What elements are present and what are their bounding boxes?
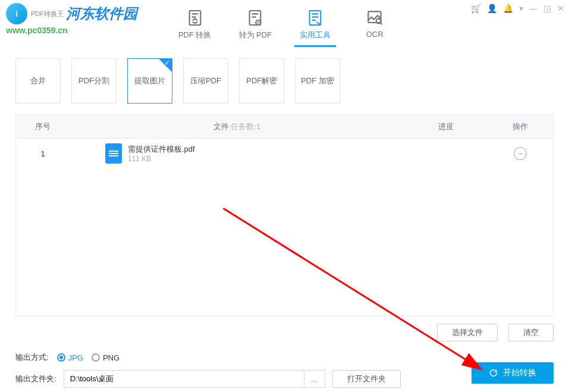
minimize-icon[interactable]: — (529, 4, 537, 13)
row-op: − (488, 147, 553, 160)
row-file: 需提供证件模板.pdf 111 KB (70, 143, 404, 164)
refresh-icon (489, 368, 498, 378)
nav-ocr[interactable]: OCR (354, 1, 395, 47)
nav-tools[interactable]: 实用工具 (294, 1, 336, 47)
document-hand-icon (306, 8, 325, 27)
image-magnify-icon (365, 8, 384, 27)
tool-row: 合并 PDF分割 提取图片 压缩PDF PDF解密 PDF 加密 (0, 48, 569, 109)
svg-rect-3 (310, 11, 321, 25)
tool-compress[interactable]: 压缩PDF (183, 58, 228, 104)
start-convert-button[interactable]: 开始转换 (471, 362, 554, 384)
file-size: 111 KB (128, 155, 195, 163)
tool-label: PDF分割 (78, 76, 109, 86)
header-file: 文件 任务数:1 (70, 121, 404, 132)
radio-png[interactable]: PNG (92, 353, 120, 362)
file-name: 需提供证件模板.pdf (128, 144, 195, 155)
nav-pdf-convert[interactable]: PDF 转换 (174, 1, 216, 47)
tool-label: PDF 加密 (301, 76, 334, 86)
file-actions: 选择文件 清空 (0, 316, 569, 341)
cart-icon[interactable]: 🛒 (471, 4, 481, 13)
open-folder-button[interactable]: 打开文件夹 (332, 370, 401, 388)
window-controls: 🛒 👤 🔔 ▾ — ◲ ✕ (471, 4, 564, 13)
title-bar: i PDF转换王 河东软件园 www.pc0359.cn PDF 转换 转为 P… (0, 0, 569, 48)
radio-jpg[interactable]: JPG (57, 353, 83, 362)
site-name: 河东软件园 (66, 4, 137, 23)
folder-label: 输出文件夹: (15, 374, 56, 384)
clear-button[interactable]: 清空 (508, 324, 554, 341)
document-arrow-icon (186, 8, 205, 27)
nav-label: OCR (366, 30, 383, 39)
tool-label: 合并 (30, 76, 46, 86)
nav-to-pdf[interactable]: 转为 PDF (234, 1, 277, 47)
tool-decrypt[interactable]: PDF解密 (239, 58, 284, 104)
browse-button[interactable]: ... (304, 370, 325, 388)
check-corner-icon (159, 59, 172, 72)
output-path-input[interactable] (64, 370, 304, 388)
file-table: 序号 文件 任务数:1 进度 操作 1 需提供证件模板.pdf 111 KB − (15, 114, 554, 316)
nav-label: 实用工具 (300, 30, 331, 40)
main-nav: PDF 转换 转为 PDF 实用工具 OCR (174, 1, 395, 47)
site-logo-icon: i (6, 3, 27, 24)
path-box: ... (64, 370, 325, 388)
tool-label: 压缩PDF (190, 76, 221, 86)
menu-icon[interactable]: ▾ (519, 4, 523, 13)
radio-dot-icon (57, 353, 65, 362)
nav-label: 转为 PDF (239, 30, 272, 40)
tool-extract-images[interactable]: 提取图片 (127, 58, 172, 104)
file-icon (105, 143, 122, 164)
radio-dot-icon (92, 353, 100, 362)
logo-area: i PDF转换王 河东软件园 www.pc0359.cn (6, 3, 137, 35)
tool-label: PDF解密 (246, 76, 277, 86)
header-seq: 序号 (16, 121, 70, 132)
document-to-icon (246, 8, 265, 27)
format-label: 输出方式: (15, 352, 49, 363)
tool-merge[interactable]: 合并 (15, 58, 61, 104)
header-op: 操作 (488, 121, 553, 132)
tool-label: 提取图片 (134, 76, 165, 86)
tool-split[interactable]: PDF分割 (71, 58, 117, 104)
tool-encrypt[interactable]: PDF 加密 (295, 58, 340, 104)
header-progress: 进度 (404, 121, 488, 132)
choose-file-button[interactable]: 选择文件 (437, 324, 498, 341)
site-url: www.pc0359.cn (6, 26, 68, 35)
remove-row-button[interactable]: − (514, 147, 527, 160)
user-icon[interactable]: 👤 (487, 4, 497, 13)
row-seq: 1 (16, 149, 70, 158)
close-icon[interactable]: ✕ (557, 4, 564, 13)
table-header: 序号 文件 任务数:1 进度 操作 (16, 115, 553, 139)
table-row: 1 需提供证件模板.pdf 111 KB − (16, 139, 553, 168)
bell-icon[interactable]: 🔔 (503, 4, 513, 13)
nav-label: PDF 转换 (178, 30, 212, 40)
maximize-icon[interactable]: ◲ (543, 4, 551, 13)
app-title-small: PDF转换王 (31, 10, 64, 18)
